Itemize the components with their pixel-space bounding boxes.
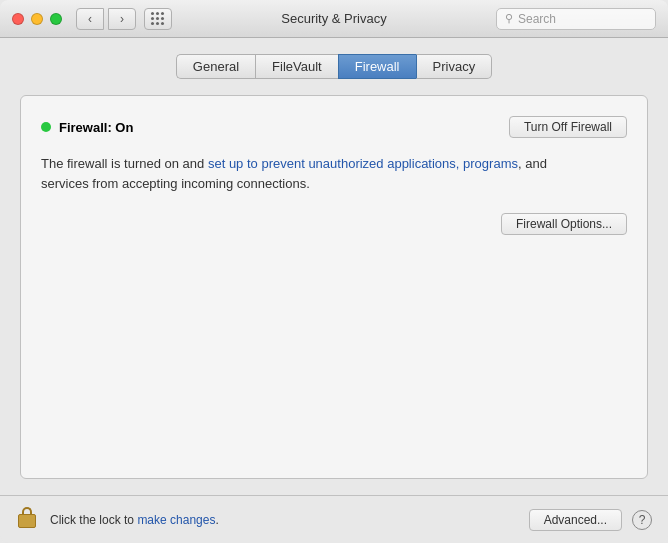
bottom-right: Advanced... ? — [529, 509, 652, 531]
main-content: General FileVault Firewall Privacy Firew… — [0, 38, 668, 495]
firewall-options-button[interactable]: Firewall Options... — [501, 213, 627, 235]
tabs: General FileVault Firewall Privacy — [20, 54, 648, 79]
firewall-status-label: Firewall: On — [59, 120, 133, 135]
advanced-button[interactable]: Advanced... — [529, 509, 622, 531]
forward-button[interactable]: › — [108, 8, 136, 30]
help-button[interactable]: ? — [632, 510, 652, 530]
tab-privacy[interactable]: Privacy — [416, 54, 493, 79]
maximize-button[interactable] — [50, 13, 62, 25]
firewall-options-row: Firewall Options... — [41, 213, 627, 235]
apps-grid-button[interactable] — [144, 8, 172, 30]
tab-filevault[interactable]: FileVault — [255, 54, 338, 79]
nav-buttons: ‹ › — [76, 8, 136, 30]
bottom-bar: Click the lock to make changes. Advanced… — [0, 495, 668, 543]
traffic-lights — [12, 13, 62, 25]
search-icon: ⚲ — [505, 12, 513, 25]
desc-text-1: The firewall is turned on and — [41, 156, 208, 171]
content-panel: Firewall: On Turn Off Firewall The firew… — [20, 95, 648, 479]
search-input[interactable]: Search — [518, 12, 556, 26]
lock-icon — [16, 507, 38, 533]
desc-link-1: set up to prevent unauthorized applicati… — [208, 156, 463, 171]
search-bar[interactable]: ⚲ Search — [496, 8, 656, 30]
status-left: Firewall: On — [41, 120, 133, 135]
lock-text-before: Click the lock to — [50, 513, 134, 527]
lock-link-text[interactable]: make changes — [137, 513, 215, 527]
minimize-button[interactable] — [31, 13, 43, 25]
turn-off-firewall-button[interactable]: Turn Off Firewall — [509, 116, 627, 138]
lock-body — [18, 514, 36, 528]
titlebar: ‹ › Security & Privacy ⚲ Search — [0, 0, 668, 38]
lock-text-after: . — [215, 513, 218, 527]
close-button[interactable] — [12, 13, 24, 25]
back-button[interactable]: ‹ — [76, 8, 104, 30]
lock-text: Click the lock to make changes. — [50, 513, 517, 527]
desc-link-2: programs — [463, 156, 518, 171]
tab-general[interactable]: General — [176, 54, 255, 79]
firewall-description: The firewall is turned on and set up to … — [41, 154, 627, 193]
tab-firewall[interactable]: Firewall — [338, 54, 416, 79]
status-indicator-dot — [41, 122, 51, 132]
firewall-status-row: Firewall: On Turn Off Firewall — [41, 116, 627, 138]
window-title: Security & Privacy — [281, 11, 386, 26]
